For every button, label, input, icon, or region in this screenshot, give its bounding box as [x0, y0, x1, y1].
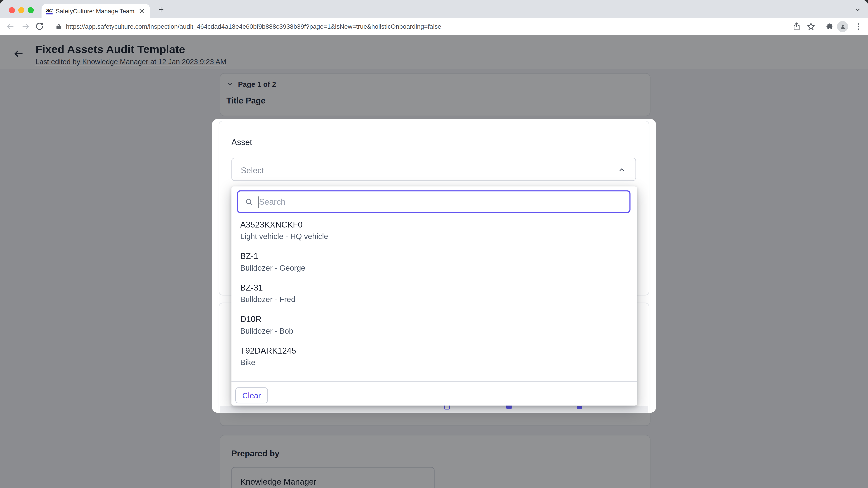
browser-menu-icon[interactable] — [854, 22, 863, 31]
search-input[interactable] — [259, 191, 591, 212]
text-caret — [258, 196, 258, 208]
dropdown-divider — [231, 381, 637, 382]
chevron-up-icon — [618, 166, 625, 174]
browser-forward-icon[interactable] — [21, 22, 31, 32]
browser-back-icon[interactable] — [5, 22, 16, 32]
window-close-button[interactable] — [9, 7, 15, 13]
asset-option[interactable]: T92DARK1245 Bike — [231, 345, 637, 377]
share-icon[interactable] — [792, 22, 801, 31]
browser-window: SC SafetyCulture: Manage Teams and ... h… — [0, 0, 868, 488]
asset-dropdown-panel: A3523KXNCKF0 Light vehicle - HQ vehicle … — [231, 186, 637, 405]
option-id: BZ-31 — [240, 282, 628, 293]
tab-search-chevron-icon[interactable] — [854, 6, 862, 13]
option-subtitle: Bike — [240, 357, 628, 368]
search-icon — [245, 197, 253, 206]
asset-options-list: A3523KXNCKF0 Light vehicle - HQ vehicle … — [231, 219, 637, 376]
tab-title: SafetyCulture: Manage Teams and ... — [56, 8, 134, 14]
option-subtitle: Light vehicle - HQ vehicle — [240, 231, 628, 242]
browser-tab[interactable]: SC SafetyCulture: Manage Teams and ... — [41, 4, 150, 18]
clear-button[interactable]: Clear — [235, 387, 268, 403]
asset-select-placeholder: Select — [241, 165, 264, 175]
option-id: BZ-1 — [240, 251, 628, 262]
url-text[interactable]: https://app.safetyculture.com/inspection… — [66, 23, 441, 30]
option-subtitle: Bulldozer - George — [240, 262, 628, 273]
bookmark-star-icon[interactable] — [807, 22, 815, 31]
window-minimize-button[interactable] — [18, 7, 24, 13]
search-box[interactable] — [237, 190, 630, 213]
profile-avatar[interactable] — [837, 21, 848, 32]
option-id: A3523KXNCKF0 — [240, 219, 628, 230]
extensions-puzzle-icon[interactable] — [825, 22, 834, 31]
lock-icon[interactable] — [55, 23, 62, 30]
asset-option[interactable]: BZ-1 Bulldozer - George — [231, 250, 637, 282]
asset-option[interactable]: D10R Bulldozer - Bob — [231, 313, 637, 345]
safetyculture-favicon: SC — [46, 8, 52, 14]
media-button-strip — [220, 406, 648, 413]
option-subtitle: Bulldozer - Bob — [240, 325, 628, 336]
tab-close-icon[interactable] — [138, 7, 146, 15]
new-tab-icon[interactable] — [157, 5, 165, 13]
asset-question-label: Asset — [231, 137, 252, 147]
asset-select[interactable]: Select — [231, 158, 636, 181]
option-id: T92DARK1245 — [240, 345, 628, 356]
option-id: D10R — [240, 314, 628, 325]
browser-reload-icon[interactable] — [35, 22, 45, 32]
asset-option[interactable]: A3523KXNCKF0 Light vehicle - HQ vehicle — [231, 219, 637, 250]
asset-option[interactable]: BZ-31 Bulldozer - Fred — [231, 282, 637, 313]
option-subtitle: Bulldozer - Fred — [240, 294, 628, 305]
window-zoom-button[interactable] — [28, 7, 34, 13]
tab-strip: SC SafetyCulture: Manage Teams and ... — [0, 0, 868, 18]
